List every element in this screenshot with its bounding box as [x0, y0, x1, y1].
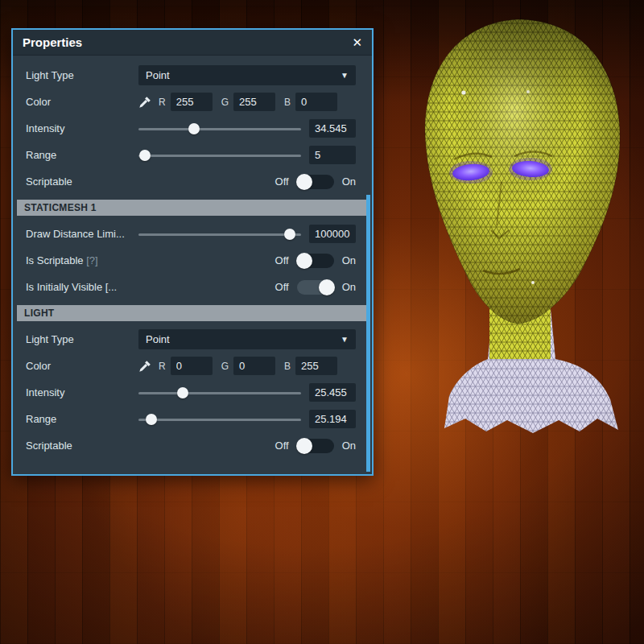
slider-track [138, 128, 301, 130]
scriptable-row-2: Scriptable Off On [13, 432, 372, 459]
slider-knob[interactable] [139, 150, 151, 161]
toggle-knob [296, 438, 312, 454]
range-row-1: Range 5 [13, 142, 372, 168]
intensity-row-1: Intensity 34.545 [13, 115, 372, 142]
scriptable-toggle-1[interactable] [297, 175, 334, 189]
range-label: Range [26, 149, 138, 161]
range-label: Range [26, 413, 138, 425]
off-label: Off [275, 440, 289, 452]
draw-distance-slider[interactable] [138, 229, 301, 240]
slider-knob[interactable] [284, 229, 295, 240]
intensity-value-1[interactable]: 34.545 [309, 119, 356, 138]
g-channel-label: G [221, 361, 229, 372]
slider-knob[interactable] [146, 414, 157, 425]
r-channel-label: R [159, 97, 166, 108]
range-value-2[interactable]: 25.194 [309, 410, 356, 428]
range-row-2: Range 25.194 [13, 406, 372, 432]
is-scriptable-row: Is Scriptable [?] Off On [13, 247, 372, 274]
draw-distance-row: Draw Distance Limi... 100000 [13, 221, 372, 247]
slider-knob[interactable] [177, 387, 188, 398]
is-initially-visible-row: Is Initially Visible [... Off On [13, 274, 372, 300]
color-b-input-1[interactable] [295, 93, 337, 111]
on-label: On [342, 281, 356, 293]
light-type-select-2[interactable]: Point ▼ [138, 329, 356, 349]
scrollbar-thumb[interactable] [366, 195, 370, 472]
color-row-2: Color R G B [13, 353, 372, 379]
scriptable-toggle-2[interactable] [297, 439, 334, 453]
panel-scrollbar[interactable] [366, 195, 370, 472]
panel-titlebar[interactable]: Properties ✕ [13, 30, 372, 56]
is-initially-visible-toggle[interactable] [297, 280, 334, 295]
color-label: Color [26, 96, 138, 108]
color-r-input-1[interactable] [171, 93, 213, 111]
panel-title: Properties [23, 35, 82, 49]
b-channel-label: B [284, 97, 291, 108]
properties-panel: Properties ✕ Light Type Point ▼ Color R [11, 28, 374, 476]
slider-track [138, 419, 301, 421]
eyedropper-icon[interactable] [138, 96, 151, 109]
on-label: On [342, 254, 356, 266]
intensity-slider-1[interactable] [138, 123, 301, 134]
scriptable-row-1: Scriptable Off On [13, 168, 372, 195]
head-model[interactable] [407, 14, 642, 433]
light-type-label: Light Type [26, 333, 138, 345]
draw-distance-value[interactable]: 100000 [309, 225, 356, 243]
color-r-input-2[interactable] [171, 357, 213, 375]
intensity-label: Intensity [26, 122, 138, 134]
toggle-knob [296, 174, 312, 190]
is-scriptable-label: Is Scriptable [?] [26, 254, 138, 266]
intensity-value-2[interactable]: 25.455 [309, 383, 356, 402]
color-g-input-2[interactable] [233, 357, 275, 375]
close-icon[interactable]: ✕ [352, 36, 362, 48]
slider-track [138, 392, 301, 394]
color-row-1: Color R G B [13, 89, 372, 115]
b-channel-label: B [284, 361, 291, 372]
color-b-input-2[interactable] [295, 357, 337, 375]
chevron-down-icon: ▼ [341, 335, 349, 344]
intensity-label: Intensity [26, 386, 138, 398]
color-label: Color [26, 360, 138, 372]
light-type-select-1[interactable]: Point ▼ [138, 65, 356, 85]
slider-track [138, 155, 301, 157]
is-scriptable-toggle[interactable] [297, 254, 334, 268]
on-label: On [342, 440, 356, 452]
selected-value: Point [146, 69, 170, 81]
panel-content: Light Type Point ▼ Color R G B [13, 56, 372, 459]
r-channel-label: R [159, 361, 166, 372]
range-slider-1[interactable] [138, 150, 301, 161]
scriptable-label: Scriptable [26, 175, 138, 188]
on-label: On [342, 175, 356, 188]
range-value-1[interactable]: 5 [309, 146, 356, 164]
light-type-row-1: Light Type Point ▼ [13, 62, 372, 89]
slider-knob[interactable] [188, 123, 200, 134]
intensity-row-2: Intensity 25.455 [13, 379, 372, 406]
help-hint: [?] [86, 254, 97, 266]
color-g-input-1[interactable] [233, 93, 275, 111]
is-initially-visible-label: Is Initially Visible [... [26, 281, 138, 293]
light-type-label: Light Type [26, 69, 138, 81]
off-label: Off [275, 254, 289, 266]
section-header-staticmesh[interactable]: STATICMESH 1 [17, 200, 368, 216]
toggle-knob [319, 279, 335, 295]
chevron-down-icon: ▼ [341, 71, 349, 80]
toggle-knob [296, 253, 312, 269]
section-header-light[interactable]: LIGHT [17, 305, 368, 321]
off-label: Off [275, 281, 289, 293]
range-slider-2[interactable] [138, 414, 301, 425]
light-type-row-2: Light Type Point ▼ [13, 326, 372, 353]
selected-value: Point [146, 333, 170, 345]
off-label: Off [275, 175, 289, 188]
draw-distance-label: Draw Distance Limi... [26, 228, 138, 240]
slider-track [138, 233, 301, 236]
scriptable-label: Scriptable [26, 440, 138, 452]
intensity-slider-2[interactable] [138, 387, 301, 398]
g-channel-label: G [221, 97, 229, 108]
eyedropper-icon[interactable] [138, 360, 151, 373]
